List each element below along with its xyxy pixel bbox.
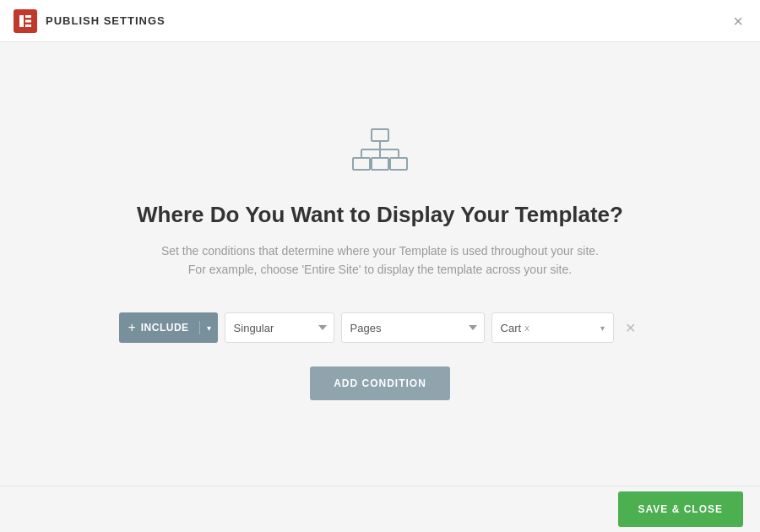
include-main: + INCLUDE	[119, 321, 199, 334]
cart-field-text: Cart x	[501, 322, 529, 334]
save-close-button[interactable]: SAVE & CLOSE	[618, 491, 743, 527]
include-dropdown-icon: ▾	[200, 323, 218, 333]
condition-row: + INCLUDE ▾ Singular Entire Site Archive…	[119, 312, 640, 343]
main-description: Set the conditions that determine where …	[161, 242, 599, 280]
svg-rect-11	[372, 158, 388, 170]
modal-content: Where Do You Want to Display Your Templa…	[0, 42, 760, 486]
svg-rect-0	[19, 15, 24, 27]
main-heading: Where Do You Want to Display Your Templa…	[137, 202, 623, 228]
modal-close-button[interactable]: ×	[730, 9, 746, 33]
elementor-logo-icon	[14, 9, 37, 33]
publish-settings-modal: PUBLISH SETTINGS ×	[0, 0, 760, 532]
svg-rect-12	[390, 158, 407, 170]
cart-remove-icon[interactable]: x	[524, 323, 529, 333]
modal-header: PUBLISH SETTINGS ×	[0, 0, 760, 42]
header-left: PUBLISH SETTINGS	[14, 9, 166, 33]
location-select[interactable]: Pages Posts Categories Products	[341, 312, 485, 343]
include-button[interactable]: + INCLUDE ▾	[119, 312, 217, 343]
value-field: Cart x ▾	[491, 312, 614, 343]
svg-rect-10	[353, 158, 370, 170]
svg-rect-2	[25, 19, 31, 22]
hierarchy-icon	[350, 128, 410, 178]
type-select[interactable]: Singular Entire Site Archive Single	[225, 312, 334, 343]
modal-footer: SAVE & CLOSE	[0, 486, 760, 532]
modal-title: PUBLISH SETTINGS	[46, 14, 166, 27]
svg-rect-4	[372, 129, 388, 141]
include-plus-icon: +	[128, 321, 135, 334]
svg-rect-1	[25, 15, 31, 18]
add-condition-button[interactable]: ADD CONDITION	[310, 366, 450, 400]
close-icon: ×	[733, 13, 743, 30]
include-label: INCLUDE	[141, 322, 189, 334]
cart-value-label: Cart	[501, 322, 522, 334]
delete-icon: ✕	[625, 320, 636, 336]
svg-rect-3	[25, 24, 31, 27]
delete-condition-button[interactable]: ✕	[621, 318, 641, 338]
cart-dropdown-icon[interactable]: ▾	[600, 323, 605, 333]
